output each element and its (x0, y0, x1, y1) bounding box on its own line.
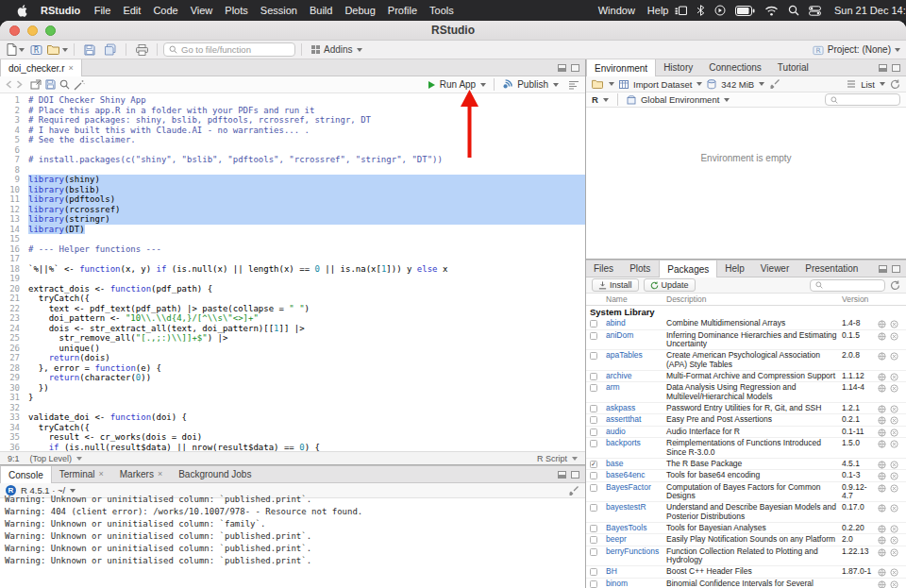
menu-edit[interactable]: Edit (117, 5, 147, 16)
tab-doi-checker[interactable]: doi_checker.r × (0, 59, 82, 76)
close-tab-icon[interactable]: × (99, 470, 104, 479)
language-selector[interactable]: R (592, 94, 609, 105)
close-tab-icon[interactable]: × (158, 470, 162, 479)
new-project-button[interactable]: R (26, 42, 45, 58)
line-number[interactable]: 12 (0, 205, 28, 215)
package-remove-cell[interactable] (888, 351, 900, 361)
package-remove-cell[interactable] (888, 535, 900, 545)
addins-button[interactable]: Addins (308, 42, 366, 58)
browse-docs-globe-icon[interactable] (878, 384, 886, 393)
package-name-link[interactable]: apaTables (606, 351, 666, 361)
package-browse-cell[interactable] (876, 439, 888, 448)
code-line[interactable]: 21 tryCatch({ (0, 294, 585, 304)
line-number[interactable]: 5 (0, 135, 28, 145)
package-remove-cell[interactable] (888, 319, 900, 328)
line-number[interactable]: 11 (0, 194, 28, 205)
publish-button[interactable]: Publish (502, 79, 559, 90)
code-line[interactable]: 12library(rcrossref) (0, 205, 585, 215)
menu-code[interactable]: Code (147, 5, 184, 16)
browse-docs-globe-icon[interactable] (878, 461, 886, 469)
package-loaded-checkbox[interactable] (590, 548, 597, 556)
file-type-selector[interactable]: R Script (537, 454, 567, 463)
tab-tutorial[interactable]: Tutorial (770, 59, 817, 76)
line-number[interactable]: 3 (0, 115, 28, 126)
browse-docs-globe-icon[interactable] (878, 428, 886, 437)
spotlight-icon[interactable] (788, 5, 799, 16)
line-number[interactable]: 34 (0, 423, 28, 433)
package-remove-cell[interactable] (888, 580, 900, 588)
save-button[interactable] (80, 42, 99, 58)
remove-package-icon[interactable] (890, 536, 898, 545)
package-loaded-checkbox[interactable] (590, 536, 597, 544)
goto-file-search[interactable]: Go to file/function (163, 42, 295, 57)
package-remove-cell[interactable] (888, 439, 900, 448)
package-browse-cell[interactable] (876, 428, 888, 437)
package-remove-cell[interactable] (888, 383, 900, 393)
minimize-pane-icon[interactable] (879, 265, 887, 273)
wifi-icon[interactable] (764, 6, 779, 16)
environment-scope-selector[interactable]: Global Environment (627, 94, 730, 105)
package-loaded-checkbox[interactable] (590, 472, 597, 479)
package-name-link[interactable]: base (606, 460, 666, 469)
line-number[interactable]: 23 (0, 313, 28, 324)
package-loaded-checkbox[interactable] (590, 580, 597, 588)
line-number[interactable]: 8 (0, 165, 28, 176)
code-line[interactable]: 11library(pdftools) (0, 194, 585, 205)
package-name-link[interactable]: bayestestR (606, 503, 666, 512)
line-number[interactable]: 22 (0, 304, 28, 314)
browse-docs-globe-icon[interactable] (878, 320, 886, 328)
code-line[interactable]: 7# install.packages(c("shiny", "bslib", … (0, 155, 585, 165)
package-browse-cell[interactable] (876, 567, 888, 577)
new-file-button[interactable] (6, 42, 25, 58)
package-name-link[interactable]: BayesFactor (606, 483, 666, 493)
list-view-button[interactable]: List (847, 79, 885, 90)
scope-selector[interactable]: (Top Level) (30, 454, 73, 463)
package-browse-cell[interactable] (876, 404, 888, 413)
browse-docs-globe-icon[interactable] (878, 352, 886, 361)
code-line[interactable]: 26 unique() (0, 344, 585, 354)
remove-package-icon[interactable] (890, 568, 898, 577)
package-loaded-checkbox[interactable] (590, 352, 597, 360)
load-workspace-icon[interactable] (592, 79, 604, 89)
browse-docs-globe-icon[interactable] (878, 568, 886, 577)
package-browse-cell[interactable] (876, 580, 888, 588)
save-all-button[interactable] (101, 42, 120, 58)
clear-environment-broom-icon[interactable] (769, 78, 780, 90)
refresh-environment-icon[interactable] (890, 79, 900, 90)
remove-package-icon[interactable] (890, 580, 898, 588)
print-button[interactable] (132, 42, 151, 58)
remove-package-icon[interactable] (890, 405, 898, 413)
open-file-dropdown-icon[interactable] (62, 48, 68, 52)
package-name-link[interactable]: arm (606, 383, 666, 393)
code-line[interactable]: 34 tryCatch({ (0, 423, 585, 433)
code-line[interactable]: 36 if (is.null(result$data) || nrow(resu… (0, 443, 585, 452)
line-number[interactable]: 24 (0, 324, 28, 334)
tab-files[interactable]: Files (586, 260, 622, 277)
remove-package-icon[interactable] (890, 332, 898, 341)
remove-package-icon[interactable] (890, 352, 898, 361)
package-remove-cell[interactable] (888, 567, 900, 577)
project-selector[interactable]: Project: (None) (828, 44, 891, 55)
package-remove-cell[interactable] (888, 483, 900, 493)
run-app-button[interactable]: Run App (428, 79, 486, 90)
import-dataset-button[interactable]: Import Dataset (619, 79, 702, 90)
menu-session[interactable]: Session (254, 5, 303, 16)
package-loaded-checkbox[interactable] (590, 440, 597, 447)
package-remove-cell[interactable] (888, 404, 900, 413)
tab-environment[interactable]: Environment (586, 59, 656, 76)
menubar-clock[interactable]: Sun 21 Dec 14:55 (830, 5, 906, 16)
remove-package-icon[interactable] (890, 440, 898, 448)
code-line[interactable]: 15 (0, 234, 585, 244)
code-line[interactable]: 13library(stringr) (0, 214, 585, 225)
line-number[interactable]: 33 (0, 412, 28, 423)
line-number[interactable]: 14 (0, 225, 28, 235)
package-name-link[interactable]: BH (606, 567, 666, 577)
column-name[interactable]: Name (606, 294, 666, 304)
memory-usage-button[interactable]: 342 MiB (707, 79, 764, 90)
refresh-packages-icon[interactable] (890, 280, 900, 291)
code-line[interactable]: 25 str_remove_all("[.,;:)\\]]+$") |> (0, 333, 585, 344)
tab-history[interactable]: History (656, 59, 701, 76)
code-line[interactable]: 31} (0, 393, 585, 403)
package-loaded-checkbox[interactable] (590, 373, 597, 380)
package-name-link[interactable]: BayesTools (606, 524, 666, 533)
